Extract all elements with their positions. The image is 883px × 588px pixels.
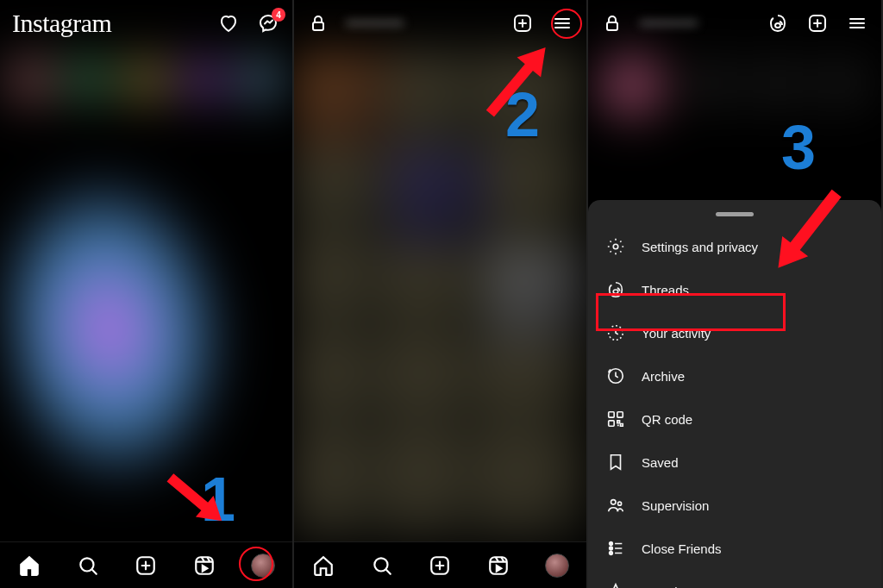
svg-point-19	[610, 542, 613, 546]
menu-item-label: Archive	[642, 369, 685, 384]
panel-3-menu: •••••••••••• Settings and privacy Thread…	[588, 0, 883, 588]
svg-rect-2	[197, 557, 214, 574]
sheet-drag-handle[interactable]	[716, 212, 754, 216]
menu-item-qr-code[interactable]: QR code	[588, 397, 881, 441]
nav-reels-icon[interactable]	[486, 554, 510, 578]
star-icon	[605, 581, 626, 588]
menu-item-label: Threads	[642, 283, 689, 297]
create-icon[interactable]	[805, 11, 830, 35]
menu-item-favorites[interactable]: Favorites	[588, 570, 881, 588]
home-topbar: Instagram 4	[0, 0, 292, 47]
menu-item-supervision[interactable]: Supervision	[588, 484, 881, 527]
svg-point-17	[611, 500, 617, 505]
supervision-icon	[605, 495, 626, 516]
lock-icon	[306, 11, 330, 35]
menu-item-archive[interactable]: Archive	[588, 354, 881, 397]
create-icon[interactable]	[510, 11, 535, 35]
menu-item-close-friends[interactable]: Close Friends	[588, 527, 881, 570]
menu-item-label: Supervision	[642, 498, 709, 513]
profile-topbar: ••••••••••••	[588, 0, 881, 47]
nav-reels-icon[interactable]	[192, 554, 216, 578]
svg-point-12	[613, 244, 618, 249]
menu-item-settings-and-privacy[interactable]: Settings and privacy	[588, 225, 881, 268]
activity-icon	[605, 322, 626, 343]
hamburger-menu-icon[interactable]	[845, 11, 869, 35]
bookmark-icon	[605, 452, 626, 472]
closefriends-icon	[605, 538, 626, 559]
svg-point-18	[618, 502, 622, 505]
bottom-nav	[294, 541, 586, 588]
dm-badge: 4	[272, 8, 285, 22]
nav-home-icon[interactable]	[311, 554, 335, 578]
menu-item-saved[interactable]: Saved	[588, 441, 881, 484]
archive-icon	[605, 366, 626, 386]
menu-item-threads[interactable]: Threads	[588, 268, 881, 311]
svg-rect-16	[609, 421, 614, 426]
threads-icon	[605, 279, 626, 300]
svg-point-0	[80, 558, 93, 571]
username-blurred: ••••••••••••	[640, 16, 698, 31]
svg-rect-4	[313, 22, 323, 30]
menu-item-label: Favorites	[642, 585, 695, 589]
gear-icon	[605, 236, 626, 257]
instagram-logo[interactable]: Instagram	[12, 9, 111, 38]
avatar-icon	[251, 554, 275, 578]
svg-rect-15	[617, 412, 623, 417]
panel-2-profile: •••••••••••• 2	[294, 0, 588, 588]
nav-create-icon[interactable]	[428, 554, 452, 578]
profile-topbar: ••••••••••••	[294, 0, 586, 47]
menu-item-label: Your activity	[642, 326, 711, 341]
svg-rect-8	[491, 557, 508, 574]
bottom-nav	[0, 541, 292, 588]
svg-rect-14	[609, 412, 614, 417]
svg-point-6	[374, 558, 387, 571]
qrcode-icon	[605, 409, 626, 429]
nav-profile-avatar[interactable]	[545, 554, 569, 578]
nav-home-icon[interactable]	[17, 554, 41, 578]
notifications-heart-icon[interactable]	[216, 11, 241, 35]
blurred-background	[0, 0, 292, 588]
hamburger-menu-icon[interactable]	[550, 11, 574, 35]
svg-point-20	[610, 547, 613, 550]
nav-create-icon[interactable]	[134, 554, 158, 578]
nav-search-icon[interactable]	[370, 554, 394, 578]
lock-icon	[600, 11, 624, 35]
threads-link-icon[interactable]	[766, 11, 790, 35]
menu-item-your-activity[interactable]: Your activity	[588, 311, 881, 354]
menu-item-label: Saved	[642, 455, 679, 470]
messenger-icon[interactable]: 4	[256, 11, 280, 35]
menu-item-label: Close Friends	[642, 541, 722, 556]
avatar-icon	[545, 554, 569, 578]
svg-rect-10	[607, 22, 617, 30]
menu-item-label: Settings and privacy	[642, 240, 758, 254]
username-blurred: ••••••••••••	[346, 16, 404, 31]
nav-search-icon[interactable]	[76, 554, 100, 578]
nav-profile-avatar[interactable]	[251, 554, 275, 578]
menu-bottom-sheet: Settings and privacy Threads Your activi…	[588, 200, 881, 588]
menu-item-label: QR code	[642, 412, 692, 427]
svg-point-21	[610, 552, 613, 555]
panel-1-home: Instagram 4 1	[0, 0, 294, 588]
blurred-background	[294, 0, 586, 588]
